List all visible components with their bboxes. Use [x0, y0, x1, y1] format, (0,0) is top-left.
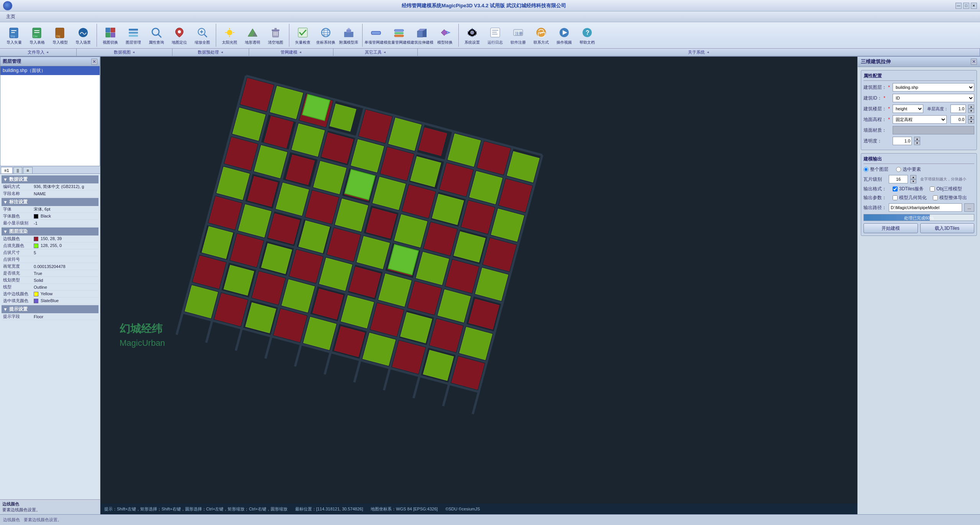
- tool-layer-mgr[interactable]: 图层管理: [122, 24, 144, 46]
- floor-height-up[interactable]: ▲: [968, 105, 974, 109]
- format-3dtiles-label[interactable]: 3DTiles服务: [893, 186, 924, 192]
- format-3dtiles-checkbox[interactable]: [893, 186, 898, 191]
- format-obj-label[interactable]: Obj三维模型: [930, 186, 962, 192]
- right-panel-close[interactable]: ✕: [971, 59, 977, 65]
- props-tab-0[interactable]: ≡1: [1, 167, 13, 173]
- prop-group-label-header[interactable]: ▼ 标注设置: [2, 198, 98, 206]
- tool-model-trans[interactable]: 模型转换: [434, 24, 456, 46]
- svg-rect-40: [344, 32, 353, 37]
- start-build-button[interactable]: 开始建模: [863, 223, 918, 233]
- tile-level-down[interactable]: ▼: [910, 179, 916, 183]
- transparency-down[interactable]: ▼: [914, 141, 920, 145]
- tool-register[interactable]: 注册 软件注册: [507, 24, 529, 46]
- tool-attr-query[interactable]: 属性查询: [145, 24, 167, 46]
- cat-about[interactable]: 关于系统: [418, 49, 980, 56]
- tool-terrain[interactable]: 地形透明: [241, 24, 264, 46]
- building-floors-row: 建筑楼层： * height 单层高度： ▲ ▼: [863, 105, 974, 113]
- cat-data-preprocess[interactable]: 数据预处理: [172, 49, 249, 56]
- prop-row: 画笔宽度 0.000135204478: [2, 263, 98, 270]
- param-export-label[interactable]: 模型整体导出: [933, 195, 967, 201]
- ground-elev-input[interactable]: [950, 115, 966, 124]
- tool-label: 地图定位: [172, 40, 187, 45]
- tool-view-switch[interactable]: 视图切换: [99, 24, 121, 46]
- building-floors-select[interactable]: height: [893, 105, 923, 113]
- cat-file-import[interactable]: 文件导入: [0, 49, 77, 56]
- format-obj-checkbox[interactable]: [930, 186, 935, 191]
- tool-import-scene[interactable]: 导入场景: [72, 24, 94, 46]
- tool-attach-model[interactable]: 附属模型库: [338, 24, 360, 46]
- tool-contact[interactable]: 联系方式: [530, 24, 552, 46]
- scope-selected-input[interactable]: [896, 167, 901, 172]
- bottom-status-text: 边线颜色: [3, 517, 20, 523]
- ground-elev-up[interactable]: ▲: [968, 115, 974, 119]
- building-floors-label: 建筑楼层： *: [863, 106, 890, 112]
- param-export-checkbox[interactable]: [933, 195, 938, 200]
- progress-text: 处理已完成60%: [864, 214, 974, 221]
- tool-op-video[interactable]: 操作视频: [553, 24, 575, 46]
- tool-coord-transform[interactable]: 坐标系转换: [315, 24, 337, 46]
- tool-locate[interactable]: 地图定位: [168, 24, 190, 46]
- menu-item-home[interactable]: 主页: [2, 13, 20, 21]
- param-simplify-checkbox[interactable]: [893, 195, 898, 200]
- minimize-button[interactable]: —: [955, 3, 962, 9]
- wall-material-color[interactable]: [893, 126, 974, 134]
- svg-rect-51: [491, 28, 500, 37]
- browse-button[interactable]: ...: [964, 203, 974, 212]
- progress-bar-container: 处理已完成60%: [863, 214, 974, 221]
- tool-label: 批量管网建模: [387, 40, 410, 45]
- ground-elev-down[interactable]: ▼: [968, 119, 974, 124]
- building-layer-select[interactable]: building.shp: [893, 83, 974, 92]
- map-area[interactable]: 幻城经纬 MagicUrban 提示：Shift+左键，矩形选择；Shift+右…: [100, 57, 857, 514]
- output-path-input[interactable]: [889, 203, 962, 212]
- svg-rect-11: [106, 28, 110, 32]
- prop-group-hint-header[interactable]: ▼ 提示设置: [2, 305, 98, 313]
- transparency-input[interactable]: [893, 137, 912, 145]
- floor-height-down[interactable]: ▼: [968, 109, 974, 113]
- cat-other-tools[interactable]: 其它工具: [333, 49, 418, 56]
- props-tab-1[interactable]: ||: [13, 167, 23, 173]
- scope-whole-radio[interactable]: 整个图层: [863, 166, 888, 173]
- restore-button[interactable]: □: [963, 3, 969, 9]
- prop-row: 编码方式 936, 简体中文 (GB2312), g: [2, 183, 98, 190]
- layer-manager-close[interactable]: ✕: [91, 59, 97, 65]
- load-3dtiles-button[interactable]: 载入3DTiles: [920, 223, 975, 233]
- building-id-select[interactable]: ID: [893, 94, 974, 102]
- run-log-icon: [488, 26, 502, 39]
- prop-group-render-header[interactable]: ▼ 图层渲染: [2, 227, 98, 236]
- toolbar-buttons: Shp 导入矢量 Csv 导入表格 Obj 导入模型 导入场景: [0, 22, 980, 48]
- props-tab-2[interactable]: ≡: [23, 167, 32, 173]
- tool-zoom-full[interactable]: 缩放全图: [191, 24, 213, 46]
- param-simplify-label[interactable]: 模型几何简化: [893, 195, 927, 201]
- building-layer-row: 建筑图层： * building.shp: [863, 83, 974, 92]
- sunlight-icon: [223, 26, 236, 39]
- tool-help-doc[interactable]: ? 帮助文档: [576, 24, 598, 46]
- cat-pipe-model[interactable]: 管网建模: [249, 49, 333, 56]
- tool-run-log[interactable]: 运行日志: [484, 24, 506, 46]
- scope-selected-radio[interactable]: 选中要素: [896, 166, 921, 173]
- layer-item[interactable]: building.shp（面状）: [0, 66, 100, 75]
- prop-group-data-header[interactable]: ▼ 数据设置: [2, 175, 98, 183]
- floor-height-input[interactable]: [950, 105, 966, 113]
- svg-rect-44: [394, 32, 404, 34]
- output-params-label: 输出参数：: [863, 195, 886, 201]
- tool-import-shp[interactable]: Shp 导入矢量: [3, 24, 25, 46]
- tile-level-input[interactable]: [889, 175, 908, 183]
- tool-batch-pipe[interactable]: 批量管网建模: [388, 24, 410, 46]
- tool-import-csv[interactable]: Csv 导入表格: [26, 24, 48, 46]
- attr-config-section: 属性配置 建筑图层： * building.shp 建筑ID：: [861, 70, 977, 150]
- tile-level-up[interactable]: ▲: [910, 175, 916, 179]
- transparency-up[interactable]: ▲: [914, 137, 920, 141]
- tool-building-extrude[interactable]: 建筑拉伸建模: [411, 24, 433, 46]
- tool-single-pipe[interactable]: 单项管网建模: [365, 24, 387, 46]
- tool-import-obj[interactable]: Obj 导入模型: [49, 24, 71, 46]
- close-button[interactable]: ✕: [971, 3, 977, 9]
- tool-clear-map[interactable]: 清空地图: [264, 24, 287, 46]
- cat-data-view[interactable]: 数据视图: [77, 49, 172, 56]
- map-canvas: 幻城经纬 MagicUrban: [100, 57, 857, 514]
- tool-sys-settings[interactable]: 系统设置: [461, 24, 483, 46]
- svg-rect-42: [371, 31, 381, 34]
- ground-elev-type-select[interactable]: 固定高程: [893, 115, 947, 124]
- tool-vec-check[interactable]: 矢量检查: [292, 24, 314, 46]
- scope-whole-input[interactable]: [863, 167, 868, 172]
- tool-sunlight[interactable]: 太阳光照: [218, 24, 241, 46]
